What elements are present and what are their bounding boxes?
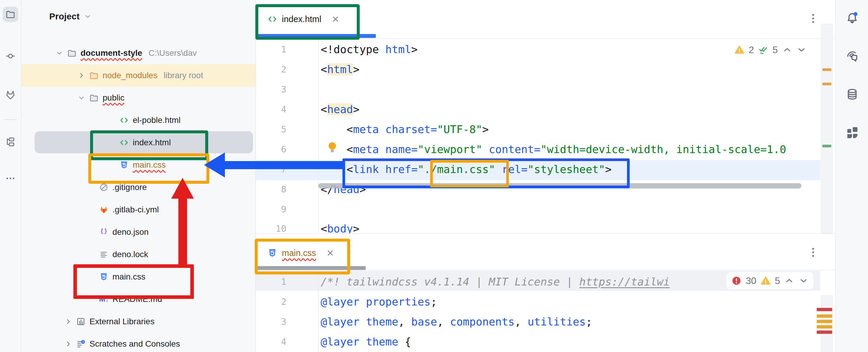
tree-item-label: main.css	[133, 160, 165, 170]
code-text: <link href="./main.css" rel="stylesheet"…	[321, 163, 612, 175]
tree-item-label: main.css	[113, 272, 145, 282]
vertical-scrollbar[interactable]	[821, 24, 833, 233]
tree-item-el-poble-html[interactable]: el-poble.html	[21, 109, 256, 131]
tab-label: main.css	[282, 248, 316, 258]
warning-stripe-mark[interactable]	[817, 314, 832, 318]
project-view-title: Project	[49, 11, 80, 22]
commit-icon	[5, 51, 16, 61]
info-stripe-mark[interactable]	[823, 145, 831, 147]
tree-item-gitlab-ci-yml[interactable]: .gitlab-ci.yml	[21, 198, 256, 221]
ai-assistant-icon	[845, 49, 859, 63]
tree-item-public[interactable]: public	[21, 87, 256, 109]
tree-item-deno-json[interactable]: deno.json	[21, 221, 256, 243]
line-number: 8	[256, 184, 286, 194]
gitlab-icon	[5, 89, 16, 100]
tree-item-deno-lock[interactable]: deno.lock	[21, 243, 256, 265]
tree-item-label: node_modules	[103, 71, 157, 80]
scratches-icon	[76, 339, 86, 349]
editor-options-kebab-icon[interactable]	[807, 246, 819, 259]
inspections-widget-bottom[interactable]: 30 5	[726, 272, 813, 289]
line-number: 7	[256, 164, 286, 174]
next-problem-chevron-down-icon[interactable]	[797, 45, 807, 55]
code-text: @layer theme {	[321, 335, 411, 348]
close-tab-icon[interactable]: ✕	[332, 14, 339, 25]
tree-item-label: index.html	[133, 138, 171, 147]
libraries-icon	[76, 317, 86, 326]
tree-item-index-html[interactable]: index.html	[21, 131, 256, 154]
tree-item-external-libraries[interactable]: External Libraries	[21, 310, 256, 332]
inactive-tab-indicator	[256, 266, 366, 270]
more-tools-button[interactable]	[3, 171, 18, 186]
gitlab-tool-button[interactable]	[3, 87, 18, 103]
dependencies-button[interactable]	[844, 125, 860, 140]
ignore-icon	[99, 183, 108, 192]
line-number: 9	[256, 204, 286, 215]
intention-bulb-icon[interactable]	[327, 141, 338, 153]
tree-item-main-css-root[interactable]: main.css	[21, 265, 256, 288]
tab-index-html[interactable]: index.html ✕	[267, 8, 339, 30]
line-number: 5	[256, 124, 286, 134]
css-file-icon	[267, 248, 277, 258]
structure-tool-button[interactable]	[3, 134, 18, 150]
error-stripe-mark[interactable]	[817, 330, 832, 334]
code-text: <head>	[321, 103, 360, 116]
tree-item-readme-md[interactable]: M↓README.md	[21, 288, 256, 310]
prev-problem-chevron-up-icon[interactable]	[782, 45, 792, 55]
left-toolbar	[0, 0, 22, 352]
warning-stripe-mark[interactable]	[823, 68, 831, 71]
editor-main-css: main.css ✕ 1/*! tailwindcss v4.1.14 | MI…	[256, 236, 835, 352]
active-tab-indicator	[256, 34, 376, 38]
line-number: 2	[256, 64, 286, 74]
error-stripe-mark[interactable]	[817, 308, 832, 311]
editor-options-kebab-icon[interactable]	[807, 12, 819, 25]
code-line-6: 6 <meta name="viewport" content="width=d…	[256, 142, 835, 156]
code-text: <meta charset="UTF-8">	[321, 123, 489, 135]
next-problem-chevron-down-icon[interactable]	[799, 276, 809, 286]
vertical-scrollbar[interactable]	[821, 295, 833, 352]
package-checker-icon	[845, 126, 859, 139]
chevron-right-icon[interactable]	[78, 72, 85, 79]
tree-item-gitignore[interactable]: .gitignore	[21, 176, 256, 198]
close-tab-icon[interactable]: ✕	[326, 248, 334, 258]
inspections-widget-top[interactable]: 2 5	[730, 41, 811, 59]
tree-item-label: deno.lock	[113, 250, 148, 259]
warning-stripe-mark[interactable]	[817, 320, 832, 323]
tree-item-main-css-public[interactable]: main.css	[21, 154, 256, 176]
editor-bottom-header: main.css ✕	[256, 236, 835, 270]
project-tool-button[interactable]	[3, 6, 18, 22]
tree-item-node_modules[interactable]: node_moduleslibrary root	[21, 64, 256, 87]
chevron-down-icon[interactable]	[56, 49, 63, 57]
code-line-7: 7 <link href="./main.css" rel="styleshee…	[256, 162, 835, 176]
tree-item-document-style[interactable]: document-styleC:\Users\dav	[21, 42, 256, 64]
code-text: <html>	[321, 63, 360, 75]
prev-problem-chevron-up-icon[interactable]	[784, 276, 794, 286]
database-button[interactable]	[844, 87, 860, 102]
project-panel: Project document-styleC:\Users\davnode_m…	[21, 0, 256, 352]
editor-index-html: index.html ✕ 1<!doctype html>2<html>34<h…	[256, 0, 835, 233]
commit-tool-button[interactable]	[3, 48, 18, 64]
code-text: /*! tailwindcss v4.1.14 | MIT License | …	[321, 276, 670, 288]
line-number: 10	[256, 223, 286, 233]
line-number: 4	[256, 104, 286, 115]
code-line-2: 2@layer properties;	[256, 294, 835, 309]
markdown-icon: M↓	[99, 294, 108, 304]
folder-icon	[89, 93, 99, 103]
html-file-icon	[267, 14, 277, 24]
tree-item-hint: C:\Users\dav	[149, 48, 197, 58]
horizontal-scrollbar[interactable]	[318, 183, 802, 189]
warning-stripe-mark[interactable]	[823, 83, 831, 85]
chevron-right-icon[interactable]	[64, 340, 72, 348]
chevron-down-icon[interactable]	[78, 94, 85, 102]
ai-assistant-button[interactable]	[844, 48, 860, 64]
chevron-right-icon[interactable]	[64, 318, 72, 325]
notifications-button[interactable]	[844, 10, 860, 26]
warning-stripe-mark[interactable]	[817, 325, 832, 328]
line-number: 4	[256, 337, 286, 347]
tab-main-css[interactable]: main.css ✕	[267, 242, 334, 264]
right-toolbar	[835, 0, 868, 352]
line-number: 1	[256, 277, 286, 287]
line-number: 1	[256, 44, 286, 55]
project-view-selector[interactable]: Project	[49, 11, 92, 22]
folder-icon	[67, 48, 77, 58]
tree-item-scratches[interactable]: Scratches and Consoles	[21, 332, 256, 352]
